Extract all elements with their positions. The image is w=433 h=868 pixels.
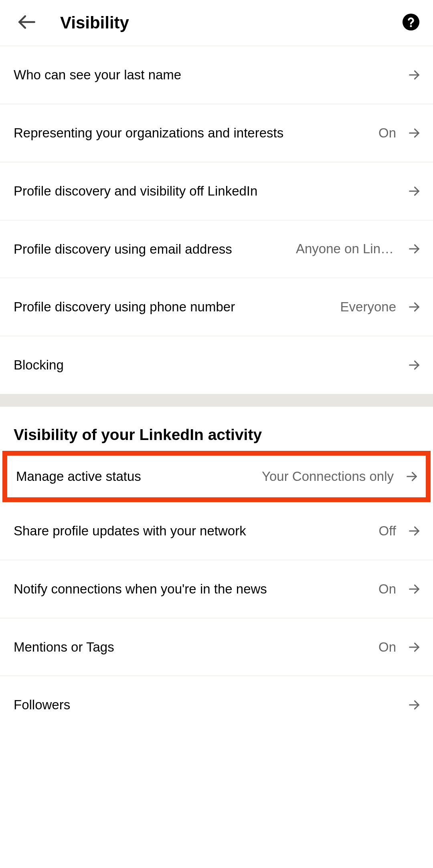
chevron-right-icon xyxy=(405,470,419,483)
chevron-right-icon xyxy=(407,300,421,314)
setting-value: Everyone xyxy=(340,299,396,315)
highlight-box: Manage active status Your Connections on… xyxy=(2,451,431,502)
setting-value: On xyxy=(378,125,396,141)
chevron-right-icon xyxy=(407,582,421,596)
setting-representing-organizations[interactable]: Representing your organizations and inte… xyxy=(0,104,433,162)
chevron-right-icon xyxy=(407,242,421,256)
section-divider xyxy=(0,394,433,407)
setting-value: On xyxy=(378,640,396,655)
setting-label: Profile discovery and visibility off Lin… xyxy=(14,182,407,201)
setting-value: On xyxy=(378,581,396,597)
setting-profile-discovery-phone[interactable]: Profile discovery using phone number Eve… xyxy=(0,278,433,336)
setting-label: Blocking xyxy=(14,355,407,375)
setting-label: Notify connections when you're in the ne… xyxy=(14,579,378,599)
setting-followers[interactable]: Followers xyxy=(0,676,433,734)
chevron-right-icon xyxy=(407,524,421,538)
setting-profile-discovery-email[interactable]: Profile discovery using email address An… xyxy=(0,220,433,279)
page-title: Visibility xyxy=(60,13,402,32)
setting-label: Followers xyxy=(14,695,407,715)
setting-share-profile-updates[interactable]: Share profile updates with your network … xyxy=(0,502,433,560)
setting-blocking[interactable]: Blocking xyxy=(0,336,433,394)
setting-label: Profile discovery using email address xyxy=(14,240,296,259)
setting-label: Manage active status xyxy=(16,467,262,486)
setting-label: Profile discovery using phone number xyxy=(14,297,340,317)
settings-section-activity-visibility: Visibility of your LinkedIn activity Man… xyxy=(0,407,433,734)
setting-who-can-see-last-name[interactable]: Who can see your last name xyxy=(0,46,433,104)
setting-label: Who can see your last name xyxy=(14,65,407,85)
chevron-right-icon xyxy=(407,698,421,712)
back-icon[interactable] xyxy=(17,12,37,34)
setting-label: Share profile updates with your network xyxy=(14,521,379,541)
header: Visibility xyxy=(0,0,433,46)
setting-value: Your Connections only xyxy=(262,469,394,484)
setting-value: Off xyxy=(379,523,396,539)
section-header: Visibility of your LinkedIn activity xyxy=(0,407,433,451)
chevron-right-icon xyxy=(407,126,421,140)
chevron-right-icon xyxy=(407,358,421,372)
setting-profile-discovery-off-linkedin[interactable]: Profile discovery and visibility off Lin… xyxy=(0,162,433,220)
chevron-right-icon xyxy=(407,640,421,654)
chevron-right-icon xyxy=(407,184,421,198)
settings-section-profile-visibility: Who can see your last name Representing … xyxy=(0,46,433,394)
help-icon[interactable] xyxy=(402,13,420,33)
setting-notify-connections-news[interactable]: Notify connections when you're in the ne… xyxy=(0,560,433,618)
setting-value: Anyone on LinkedIn xyxy=(296,241,396,256)
svg-point-2 xyxy=(410,25,412,27)
setting-mentions-tags[interactable]: Mentions or Tags On xyxy=(0,618,433,676)
setting-label: Mentions or Tags xyxy=(14,638,378,657)
chevron-right-icon xyxy=(407,68,421,82)
setting-manage-active-status[interactable]: Manage active status Your Connections on… xyxy=(7,456,426,497)
setting-label: Representing your organizations and inte… xyxy=(14,123,378,143)
